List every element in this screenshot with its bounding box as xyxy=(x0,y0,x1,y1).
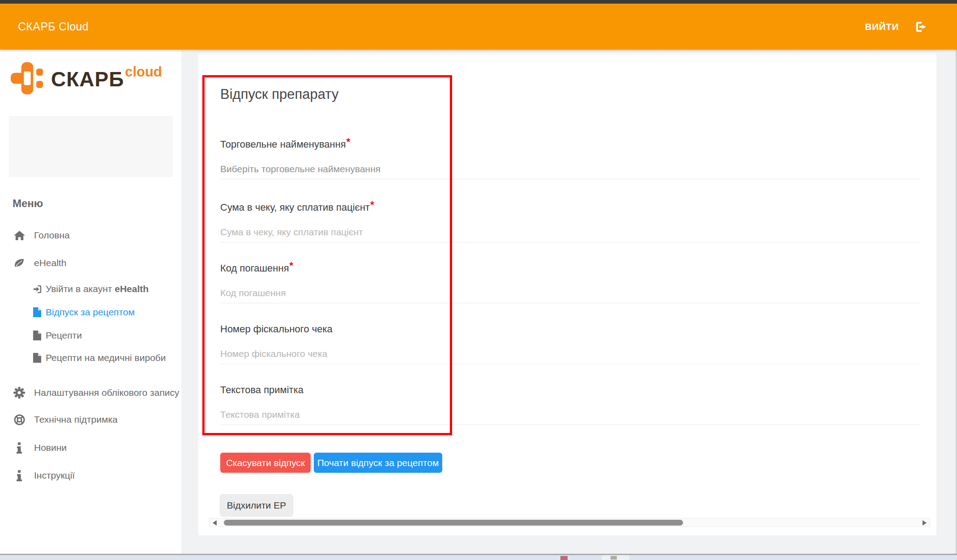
sidebar-item-label: Новини xyxy=(34,442,67,453)
required-asterisk: * xyxy=(370,199,374,210)
app-title: СКАРБ Cloud xyxy=(18,4,89,50)
sidebar-item-label: Рецепти xyxy=(46,330,82,341)
sidebar-item-label: Увійти в акаунт eHealth xyxy=(46,284,149,294)
sidebar: СКАРБ cloud Меню Головна eHealth Увійти … xyxy=(0,50,181,554)
sidebar-item-label: eHealth xyxy=(34,258,66,268)
sidebar-item-prescriptions[interactable]: Рецепти xyxy=(0,328,181,343)
field-label-redemption-code: Код погашення* xyxy=(220,263,293,274)
sidebar-item-ehealth-login[interactable]: Увійти в акаунт eHealth xyxy=(0,282,181,296)
sidebar-item-instructions[interactable]: Інструкції xyxy=(0,468,181,483)
cancel-dispense-button[interactable]: Скасувати відпуск xyxy=(220,453,311,473)
background-window-sliver xyxy=(0,555,957,560)
reject-ep-button[interactable]: Відхилити ЕР xyxy=(220,495,293,516)
logout-button[interactable]: ВИЙТИ xyxy=(865,4,927,50)
fiscal-receipt-number-input[interactable] xyxy=(220,344,921,364)
text-note-input[interactable] xyxy=(220,404,921,425)
sidebar-item-ehealth[interactable]: eHealth xyxy=(0,256,181,270)
sidebar-item-home[interactable]: Головна xyxy=(0,228,181,242)
scroll-left-arrow[interactable] xyxy=(213,520,217,526)
sidebar-item-label: Технічна підтримка xyxy=(34,414,118,425)
start-dispense-button[interactable]: Почати відпуск за рецептом xyxy=(314,453,442,473)
field-label-amount-paid: Сума в чеку, яку сплатив пацієнт* xyxy=(220,202,374,213)
horizontal-scrollbar[interactable] xyxy=(209,518,930,527)
sidebar-item-account-settings[interactable]: Налаштування облікового запису xyxy=(0,386,181,400)
logout-label: ВИЙТИ xyxy=(865,21,899,32)
redemption-code-input[interactable] xyxy=(220,283,921,303)
info-icon xyxy=(12,442,27,454)
background-window-artifact xyxy=(560,556,568,560)
app-logo: СКАРБ cloud xyxy=(10,61,162,97)
trade-name-select[interactable] xyxy=(220,159,921,179)
file-icon xyxy=(31,352,43,363)
brand-text: СКАРБ xyxy=(51,63,124,96)
sidebar-item-news[interactable]: Новини xyxy=(0,441,181,455)
required-asterisk: * xyxy=(346,136,350,147)
menu-heading: Меню xyxy=(13,197,43,210)
sidebar-item-label: Інструкції xyxy=(34,470,75,481)
sidebar-item-dispense-by-prescription[interactable]: Відпуск за рецептом xyxy=(0,305,181,319)
sidebar-item-label: Відпуск за рецептом xyxy=(46,307,135,318)
window-frame-top xyxy=(0,0,957,4)
home-icon xyxy=(12,229,27,242)
amount-paid-input[interactable] xyxy=(220,222,921,242)
sidebar-item-medical-device-prescriptions[interactable]: Рецепти на медичні вироби xyxy=(0,351,181,365)
leaf-icon xyxy=(12,257,27,269)
scroll-right-arrow[interactable] xyxy=(923,520,927,526)
sign-out-icon xyxy=(914,20,927,34)
sidebar-item-label: Налаштування облікового запису xyxy=(34,387,179,398)
app-header: СКАРБ Cloud ВИЙТИ xyxy=(0,4,957,50)
field-label-fiscal-receipt-number: Номер фіскального чека xyxy=(220,323,333,335)
profile-placeholder xyxy=(9,116,173,177)
field-label-trade-name: Торговельне найменування* xyxy=(220,139,350,150)
sidebar-item-label: Головна xyxy=(34,230,70,241)
sidebar-item-tech-support[interactable]: Технічна підтримка xyxy=(0,412,181,427)
field-label-text-note: Текстова примітка xyxy=(220,384,303,396)
required-asterisk: * xyxy=(290,260,294,271)
scrollbar-thumb[interactable] xyxy=(224,520,683,526)
form-title: Відпуск препарату xyxy=(220,86,338,102)
file-icon xyxy=(31,307,43,318)
sidebar-item-label: Рецепти на медичні вироби xyxy=(46,352,166,363)
background-window-artifact xyxy=(611,556,617,560)
gear-icon xyxy=(12,387,27,399)
brand-suffix-text: cloud xyxy=(125,64,162,80)
life-ring-icon xyxy=(12,414,27,426)
file-icon xyxy=(31,330,43,341)
skarb-logo-icon xyxy=(10,61,44,97)
info-icon xyxy=(12,470,27,481)
sign-in-icon xyxy=(31,284,43,294)
